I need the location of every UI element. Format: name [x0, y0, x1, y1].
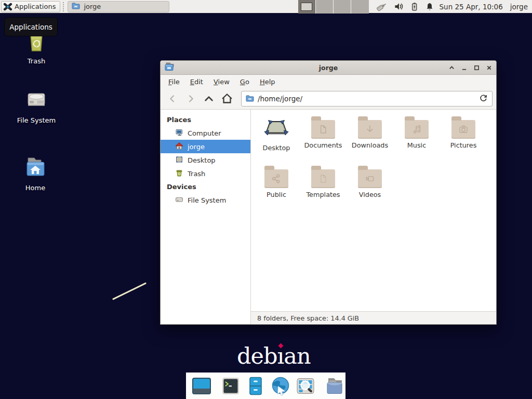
- path-input[interactable]: /home/jorge/: [258, 95, 475, 103]
- toolbar: /home/jorge/: [161, 88, 496, 110]
- computer-icon: [175, 128, 183, 138]
- panel-clock[interactable]: Sun 25 Apr, 10:06: [440, 3, 503, 11]
- show-desktop-icon[interactable]: [191, 376, 212, 396]
- menu-file[interactable]: File: [164, 76, 184, 87]
- file-item-videos[interactable]: Videos: [347, 164, 393, 213]
- sidebar-header-devices: Devices: [161, 180, 250, 193]
- file-item-downloads[interactable]: Downloads: [347, 114, 393, 164]
- menu-view[interactable]: View: [209, 76, 234, 87]
- battery-icon[interactable]: [410, 2, 419, 11]
- home-button[interactable]: [219, 91, 235, 107]
- taskbar-window-label: jorge: [84, 3, 101, 10]
- file-item-desktop[interactable]: Desktop: [253, 114, 300, 164]
- filesystem-drive-icon: [11, 87, 61, 113]
- window-body: Places Computer jorge Desktop Trash Devi…: [161, 110, 496, 324]
- applications-menu-button[interactable]: Applications: [1, 1, 60, 12]
- file-item-templates[interactable]: Templates: [300, 164, 347, 213]
- file-label: Documents: [304, 141, 342, 149]
- reload-icon[interactable]: [479, 94, 488, 104]
- workspace-switcher[interactable]: [298, 0, 369, 14]
- panel-handle[interactable]: [63, 2, 65, 11]
- close-button[interactable]: [486, 65, 492, 71]
- location-bar[interactable]: /home/jorge/: [241, 91, 493, 107]
- menu-help[interactable]: Help: [255, 76, 280, 87]
- file-item-music[interactable]: Music: [393, 114, 440, 164]
- statusbar: 8 folders, Free space: 14.4 GiB: [251, 311, 496, 324]
- drive-icon: [175, 195, 183, 205]
- file-label: Templates: [306, 191, 340, 198]
- file-item-documents[interactable]: Documents: [300, 114, 347, 164]
- folder-pictures-icon: [451, 120, 475, 139]
- file-label: Videos: [359, 191, 381, 198]
- folder-videos-icon: [358, 169, 382, 188]
- desktop-icon-label: Home: [10, 184, 60, 192]
- debian-logo-text: deb: [237, 343, 277, 369]
- menu-go[interactable]: Go: [235, 76, 254, 87]
- sidebar: Places Computer jorge Desktop Trash Devi…: [161, 110, 251, 324]
- maximize-button[interactable]: [474, 65, 480, 71]
- minimize-button[interactable]: [461, 65, 467, 71]
- applications-menu-label: Applications: [15, 3, 56, 10]
- forward-button[interactable]: [182, 91, 199, 107]
- window-titlebar[interactable]: jorge: [161, 61, 496, 75]
- debian-logo-i: ı: [277, 343, 284, 369]
- sidebar-item-computer[interactable]: Computer: [161, 126, 250, 140]
- sidebar-item-label: File System: [188, 196, 226, 204]
- menubar: File Edit View Go Help: [161, 75, 496, 88]
- folder-public-icon: [264, 169, 288, 188]
- sidebar-header-places: Places: [161, 113, 250, 126]
- workspace-4[interactable]: [351, 0, 368, 14]
- workspace-2[interactable]: [316, 0, 334, 14]
- workspace-3[interactable]: [334, 0, 351, 14]
- file-label: Public: [267, 191, 286, 198]
- taskbar-window-button[interactable]: jorge: [68, 1, 169, 12]
- notifications-icon[interactable]: [425, 2, 434, 11]
- menu-edit[interactable]: Edit: [185, 76, 208, 87]
- sidebar-item-label: jorge: [188, 143, 205, 151]
- desktop-icon-filesystem[interactable]: File System: [11, 87, 61, 124]
- desktop-artifact-line: [112, 282, 147, 300]
- file-manager-window: jorge File Edit View Go Help /home/jorge…: [160, 60, 497, 325]
- folder-icon: [72, 2, 80, 11]
- system-tray: [375, 2, 434, 12]
- sidebar-item-trash[interactable]: Trash: [161, 167, 250, 180]
- home-folder-icon: [10, 155, 60, 181]
- top-panel: Applications jorge Sun 25 Apr, 10:06 jor…: [0, 0, 532, 14]
- file-label: Desktop: [263, 144, 290, 152]
- folder-documents-icon: [311, 120, 335, 139]
- back-button[interactable]: [164, 91, 181, 107]
- file-cabinet-icon[interactable]: [245, 376, 266, 396]
- network-icon[interactable]: [375, 2, 388, 12]
- file-item-pictures[interactable]: Pictures: [440, 114, 487, 164]
- folder-downloads-icon: [358, 120, 382, 139]
- applications-tooltip: Applications: [4, 17, 58, 36]
- volume-icon[interactable]: [394, 2, 404, 11]
- file-label: Pictures: [450, 141, 477, 149]
- panel-username[interactable]: jorge: [510, 3, 528, 11]
- sidebar-item-jorge[interactable]: jorge: [161, 140, 250, 153]
- applications-tooltip-text: Applications: [9, 23, 52, 31]
- folder-music-icon: [405, 120, 429, 139]
- file-manager-icon[interactable]: [324, 376, 345, 396]
- desktop-icon-label: Trash: [11, 57, 61, 65]
- trash-icon: [175, 169, 183, 179]
- sidebar-item-filesystem[interactable]: File System: [161, 193, 250, 207]
- window-controls: [449, 65, 492, 71]
- desktop-icon-home[interactable]: Home: [10, 155, 60, 192]
- up-button[interactable]: [201, 91, 217, 107]
- workspace-1[interactable]: [298, 0, 316, 14]
- desktop-icon: [264, 114, 289, 141]
- app-finder-icon[interactable]: [295, 376, 316, 396]
- desktop-icon-label: File System: [11, 116, 61, 124]
- shade-button[interactable]: [449, 65, 455, 71]
- path-folder-icon: [246, 94, 254, 104]
- file-item-public[interactable]: Public: [253, 164, 300, 213]
- user-home-icon: [175, 142, 183, 152]
- file-pane: Desktop Documents Downloads: [251, 110, 496, 324]
- web-browser-icon[interactable]: [270, 376, 291, 396]
- file-label: Downloads: [352, 141, 388, 149]
- sidebar-item-label: Desktop: [188, 156, 216, 164]
- sidebar-item-desktop[interactable]: Desktop: [161, 153, 250, 167]
- file-grid: Desktop Documents Downloads: [251, 110, 496, 311]
- terminal-icon[interactable]: [220, 376, 241, 396]
